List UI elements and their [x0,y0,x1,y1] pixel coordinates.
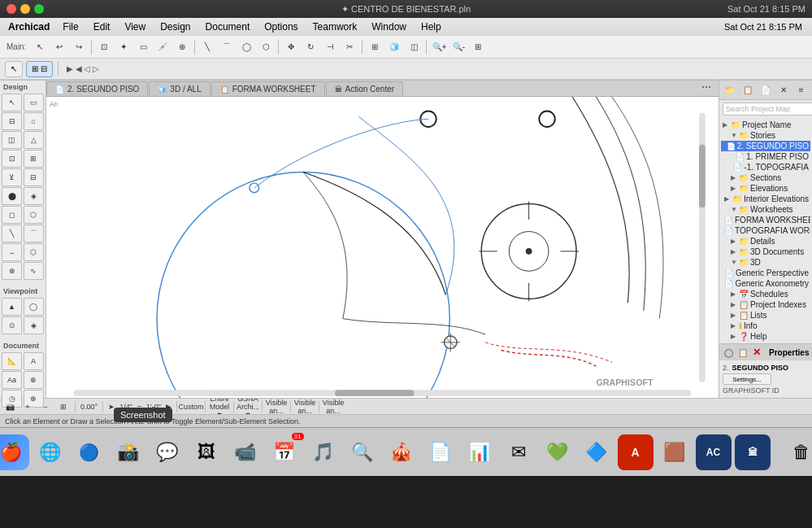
menu-window[interactable]: Window [365,20,413,33]
arrow-tool[interactable]: ↖ [5,61,23,77]
tab-3d[interactable]: 🧊 3D / ALL [149,81,210,96]
tree-stories[interactable]: ▼ 📁 Stories [721,130,810,141]
tab-action[interactable]: 🏛 Action Center [326,81,404,96]
tree-3d-docs[interactable]: ▶ 📁 3D Documents [721,247,810,257]
toolbar-marquee[interactable]: ▭ [134,38,152,56]
menu-teamwork[interactable]: Teamwork [306,20,364,33]
toolbar-3d[interactable]: 🧊 [385,38,403,56]
dock-archicad[interactable]: 🏛 [735,434,771,470]
toolbar-trim[interactable]: ✂ [341,38,358,56]
tool-orbit[interactable]: ◯ [24,298,44,316]
tool-wall[interactable]: ⊟ [2,112,22,130]
tree-sections[interactable]: ▶ 📁 Sections [721,172,810,183]
zoom-out-status[interactable]: − [39,400,52,413]
tool-spline[interactable]: ∿ [24,262,44,280]
tree-worksheets[interactable]: ▼ 📁 Worksheets [721,204,810,215]
prop-btn-2[interactable]: 📋 [738,345,748,360]
structural-btn[interactable]: GSNA Archi... ▼ [239,400,257,413]
tab-forma[interactable]: 📋 FORMA WORKSHEET [211,81,325,96]
toolbar-select[interactable]: ⊡ [95,38,113,56]
window-controls[interactable] [7,4,44,14]
tool-dim[interactable]: 📐 [2,352,22,370]
visible1-btn[interactable]: All Visible an... ▼ [267,400,285,413]
toolbar-fill[interactable]: ⬡ [257,38,275,56]
panel-btn-3[interactable]: 📄 [758,83,774,98]
toolbar-rotate[interactable]: ↻ [302,38,319,56]
tool-marker[interactable]: ⊕ [24,371,44,389]
panel-btn-2[interactable]: 📋 [740,83,756,98]
grid-view[interactable]: ⊞ ⊟ [26,61,53,77]
toolbar-undo[interactable]: ↩ [50,38,68,56]
maximize-button[interactable] [34,4,44,14]
tree-schedules[interactable]: ▶ 📅 Schedules [721,289,810,299]
dock-whatsapp[interactable]: 💚 [540,434,575,470]
view-mode-btn[interactable]: Entire Model ▼ [211,400,228,413]
visible3-btn[interactable]: All Visible an... ▼ [324,400,342,413]
tree-elevations[interactable]: ▶ 📁 Elevations [721,183,810,194]
dock-word[interactable]: 📄 [423,434,458,470]
tree-help[interactable]: ▶ ❓ Help [721,331,810,342]
dock-photos[interactable]: 🖼 [189,434,224,470]
tool-fill-draw[interactable]: ⬡ [24,243,44,261]
menu-options[interactable]: Options [258,20,304,33]
panel-btn-close[interactable]: ✕ [775,83,791,98]
tool-arc[interactable]: ⌒ [24,225,44,242]
menu-edit[interactable]: Edit [87,20,117,33]
toolbar-circle[interactable]: ◯ [237,38,255,56]
tree-info[interactable]: ▶ ℹ Info [721,321,810,331]
properties-close-btn[interactable]: ✕ [753,347,761,358]
dock-calendar[interactable]: 📅 31 [267,434,302,470]
tool-text[interactable]: A [24,352,44,370]
tree-generic-axon[interactable]: 📄 Generic Axonometry [721,278,810,289]
toolbar-eyedrop[interactable]: 💉 [154,38,172,56]
dock-finder[interactable]: 🍎 [0,434,29,470]
tool-select[interactable]: ↖ [2,94,22,111]
tool-label[interactable]: Aa [2,371,22,389]
fit-status[interactable]: ⊞ [57,400,70,413]
tool-hatch[interactable]: ⊗ [2,262,22,280]
status-tool-btn[interactable]: 📸 [3,400,16,413]
toolbar-magic[interactable]: ✦ [115,38,132,56]
menu-file[interactable]: File [56,20,85,33]
dock-autocad[interactable]: A [618,434,654,470]
dock-sketchup[interactable]: 🟫 [657,434,693,470]
tool-line[interactable]: ╲ [2,225,22,242]
dock-messages[interactable]: 💬 [150,434,185,470]
tree-project-indexes[interactable]: ▶ 📋 Project Indexes [721,299,810,310]
toolbar-line[interactable]: ╲ [198,38,216,56]
dock-chrome[interactable]: 🔵 [72,434,107,470]
tree-interior-elevations[interactable]: ▶ 📁 Interior Elevations [721,194,810,204]
prop-btn-1[interactable]: ◯ [724,345,733,360]
toolbar-move[interactable]: ✥ [282,38,300,56]
menu-view[interactable]: View [118,20,152,33]
tree-topo-works[interactable]: 📄 TOPOGRAFIA WORKS... [721,225,810,236]
tree-details[interactable]: ▶ 📁 Details [721,236,810,247]
toolbar-zoom-out[interactable]: 🔍- [449,38,467,56]
dock-facetime[interactable]: 📹 [228,434,263,470]
tree-generic-persp[interactable]: 📄 Generic Perspective [721,268,810,278]
tree-project-name[interactable]: ▶ 📁 Project Name [721,120,810,130]
minimize-button[interactable] [20,4,30,14]
tool-lamp[interactable]: ◈ [24,187,44,205]
search-box[interactable]: Search Project Map [723,103,812,116]
tool-poly[interactable]: ⌣ [2,243,22,261]
view-options-btn[interactable]: ⋯ [697,78,715,96]
tree-lists[interactable]: ▶ 📋 Lists [721,310,810,321]
panel-btn-1[interactable]: 📁 [723,83,738,98]
toolbar-arc[interactable]: ⌒ [218,38,236,56]
tool-zoom-box[interactable]: ◈ [24,316,44,334]
menu-help[interactable]: Help [415,20,448,33]
dock-appstore[interactable]: 🔍 [345,434,380,470]
drawing-canvas[interactable]: Archicad Education version, not for resa… [46,97,719,398]
toolbar-layer[interactable]: ◫ [405,38,423,56]
menu-design[interactable]: Design [154,20,197,33]
toolbar-grid[interactable]: ⊞ [366,38,384,56]
tree-3d[interactable]: ▼ 📁 3D [721,257,810,268]
tool-rect[interactable]: ▭ [24,94,44,111]
zoom-in-status[interactable]: + [21,400,34,413]
tree-segundo-piso[interactable]: 📄 2. SEGUNDO PISO [721,141,810,151]
dock-safari[interactable]: 🌐 [33,434,68,470]
dock-keynote[interactable]: 🎪 [384,434,419,470]
tree-forma[interactable]: 📄 FORMA WORKSHEET [721,215,810,225]
tree-topografia[interactable]: 📄 -1. TOPOGRAFIA [721,162,810,172]
